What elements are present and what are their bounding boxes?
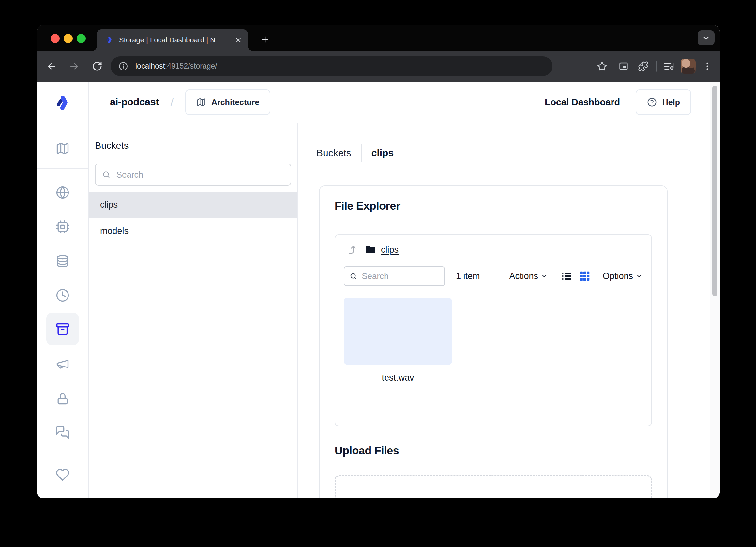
sidebar-item-schedules[interactable] xyxy=(55,288,70,303)
breadcrumb-divider xyxy=(361,144,362,162)
browser-toolbar: localhost:49152/storage/ xyxy=(37,51,720,82)
up-level-button[interactable] xyxy=(347,244,357,255)
sidebar-divider xyxy=(37,454,88,454)
corner-right-up-icon xyxy=(347,244,357,255)
new-tab-button[interactable] xyxy=(257,32,273,47)
sidebar-item-websockets[interactable] xyxy=(55,425,70,440)
back-button[interactable] xyxy=(46,61,57,72)
file-search-input[interactable] xyxy=(361,271,439,282)
url-host: localhost xyxy=(135,62,165,70)
breadcrumb-parent[interactable]: Buckets xyxy=(316,147,351,159)
heart-icon xyxy=(55,468,70,482)
minimize-window-button[interactable] xyxy=(64,34,73,43)
sidebar-item-apis[interactable] xyxy=(55,185,70,200)
bucket-list-item-clips[interactable]: clips xyxy=(89,191,297,218)
zoom-window-button[interactable] xyxy=(77,34,86,43)
chevron-down-icon xyxy=(702,34,710,42)
browser-profile-avatar[interactable] xyxy=(681,59,696,74)
reload-button[interactable] xyxy=(92,61,103,72)
cpu-chip-icon xyxy=(55,220,70,234)
list-view-icon xyxy=(561,270,572,282)
file-search[interactable] xyxy=(344,266,445,286)
scrollbar-thumb[interactable] xyxy=(712,86,717,296)
current-folder-link[interactable]: clips xyxy=(381,245,399,255)
main-region: ai-podcast / Architecture Local Dashboar… xyxy=(89,82,720,498)
tab-strip: Storage | Local Dashboard | N xyxy=(37,25,720,51)
media-controls-button[interactable] xyxy=(663,60,675,72)
page-scrollbar[interactable] xyxy=(710,82,720,498)
browser-tab[interactable]: Storage | Local Dashboard | N xyxy=(97,29,248,51)
architecture-button-label: Architecture xyxy=(211,98,259,107)
file-browser: clips 1 item xyxy=(335,234,652,426)
actions-dropdown-label: Actions xyxy=(509,271,538,281)
file-browser-actions: Actions xyxy=(509,270,643,282)
forward-button[interactable] xyxy=(69,61,80,72)
sidebar-item-secrets[interactable] xyxy=(55,392,70,406)
folder-icon xyxy=(365,244,376,255)
tab-close-icon[interactable] xyxy=(235,37,242,44)
actions-dropdown[interactable]: Actions xyxy=(509,271,548,281)
sidebar xyxy=(37,82,89,498)
sidebar-item-architecture[interactable] xyxy=(55,141,70,156)
nitric-logo[interactable] xyxy=(53,93,73,114)
clock-icon xyxy=(55,288,70,303)
bucket-list: clips models xyxy=(89,191,297,244)
chevron-down-icon xyxy=(541,272,548,280)
dashboard-title: Local Dashboard xyxy=(545,97,620,108)
sidebar-item-feedback[interactable] xyxy=(55,468,70,482)
file-browser-path-row: clips xyxy=(344,242,643,257)
options-dropdown[interactable]: Options xyxy=(603,271,643,281)
file-explorer-title: File Explorer xyxy=(335,198,652,213)
bucket-label: models xyxy=(100,226,129,236)
buckets-search-input[interactable] xyxy=(116,169,284,180)
item-count: 1 item xyxy=(456,271,480,281)
side-panel-button[interactable] xyxy=(618,60,629,72)
site-info-icon[interactable] xyxy=(118,61,128,71)
close-window-button[interactable] xyxy=(51,34,60,43)
bookmark-star-button[interactable] xyxy=(596,60,608,72)
bucket-label: clips xyxy=(100,200,118,210)
extensions-button[interactable] xyxy=(637,60,649,72)
bucket-list-item-models[interactable]: models xyxy=(89,218,297,244)
plus-icon xyxy=(260,35,270,44)
database-icon xyxy=(55,254,70,268)
header-separator: / xyxy=(171,96,174,108)
sidebar-item-databases[interactable] xyxy=(55,254,70,268)
dashboard-app: ai-podcast / Architecture Local Dashboar… xyxy=(37,82,720,498)
file-name: test.wav xyxy=(344,373,452,383)
file-thumbnail xyxy=(344,298,452,365)
help-circle-icon xyxy=(647,97,657,107)
upload-files-title: Upload Files xyxy=(335,443,652,458)
star-icon xyxy=(597,61,607,71)
nitric-logo-favicon xyxy=(105,36,114,45)
tab-title: Storage | Local Dashboard | N xyxy=(119,29,232,51)
map-icon xyxy=(55,141,70,156)
browser-menu-button[interactable] xyxy=(702,60,713,72)
list-view-button[interactable] xyxy=(560,270,573,282)
puzzle-icon xyxy=(638,61,648,71)
arrow-left-icon xyxy=(46,61,57,71)
architecture-button[interactable]: Architecture xyxy=(185,89,270,115)
project-name: ai-podcast xyxy=(110,96,159,108)
file-explorer-card: File Explorer xyxy=(319,185,668,498)
grid-view-icon xyxy=(579,270,591,282)
list-music-icon xyxy=(663,61,674,72)
picture-in-picture-icon xyxy=(618,61,629,71)
url-text: localhost:49152/storage/ xyxy=(135,62,217,70)
sidebar-item-services[interactable] xyxy=(55,220,70,234)
arrow-right-icon xyxy=(69,61,80,71)
address-bar[interactable]: localhost:49152/storage/ xyxy=(111,56,552,76)
url-path: :49152/storage/ xyxy=(165,62,217,70)
upload-dropzone[interactable] xyxy=(335,475,652,498)
app-header: ai-podcast / Architecture Local Dashboar… xyxy=(89,82,720,123)
buckets-panel: Buckets clips models xyxy=(89,123,298,498)
help-button[interactable]: Help xyxy=(636,89,691,115)
grid-view-button[interactable] xyxy=(579,270,591,282)
file-tile[interactable]: test.wav xyxy=(344,298,452,383)
sidebar-item-topics[interactable] xyxy=(55,357,70,371)
file-browser-toolbar: 1 item Actions xyxy=(344,266,643,287)
breadcrumb: Buckets clips xyxy=(316,144,720,162)
storage-main-panel: Buckets clips File Explorer xyxy=(298,123,720,498)
tab-search-button[interactable] xyxy=(698,30,715,45)
buckets-search[interactable] xyxy=(95,163,291,186)
